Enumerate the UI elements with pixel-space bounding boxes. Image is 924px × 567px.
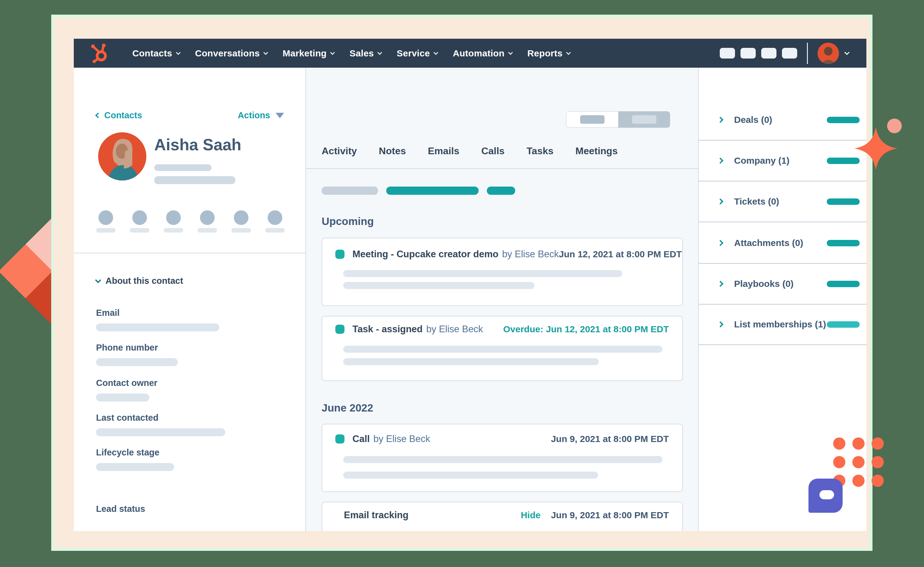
meeting-icon <box>335 250 345 259</box>
contact-action-icon[interactable] <box>265 210 285 232</box>
top-nav: Contacts Conversations Marketing Sales S… <box>74 39 866 68</box>
chevron-down-icon <box>508 50 513 55</box>
contact-action-icon[interactable] <box>198 210 217 232</box>
assoc-row-tickets[interactable]: Tickets (0) <box>699 182 866 222</box>
timeline-card-call[interactable]: Call by Elise Beck Jun 9, 2021 at 8:00 P… <box>322 424 683 492</box>
view-toggle[interactable] <box>566 111 670 128</box>
nav-item-marketing[interactable]: Marketing <box>283 48 333 58</box>
activity-timeline: Activity Notes Emails Calls Tasks Meetin… <box>306 68 698 531</box>
chevron-right-icon <box>717 281 723 287</box>
decor-dots-grid <box>833 438 884 487</box>
tab-tasks[interactable]: Tasks <box>526 146 553 164</box>
hubspot-logo-icon[interactable] <box>88 43 109 64</box>
timeline-card-task[interactable]: Task - assigned by Elise Beck Overdue: J… <box>322 316 683 381</box>
chevron-right-icon <box>717 321 723 327</box>
account-menu-caret[interactable] <box>844 51 848 56</box>
divider <box>74 253 306 254</box>
nav-item-sales[interactable]: Sales <box>350 48 381 58</box>
nav-item-service[interactable]: Service <box>397 48 437 58</box>
hide-link[interactable]: Hide <box>520 510 540 520</box>
nav-tool-icon[interactable] <box>761 48 777 58</box>
placeholder-bar <box>343 346 663 353</box>
contact-name: Aisha Saah <box>154 135 242 154</box>
card-title: Meeting - Cupcake creator demo <box>352 249 498 260</box>
nav-item-contacts[interactable]: Contacts <box>132 48 179 58</box>
card-timestamp: Jun 12, 2021 at 8:00 PM EDT <box>559 249 682 260</box>
nav-tool-icon[interactable] <box>741 48 756 58</box>
nav-item-automation[interactable]: Automation <box>453 48 512 58</box>
timeline-tabs: Activity Notes Emails Calls Tasks Meetin… <box>322 146 684 164</box>
field-lead-status: Lead status <box>96 504 145 514</box>
chevron-down-icon <box>95 277 101 283</box>
chevron-down-icon <box>566 50 571 55</box>
assoc-add-button[interactable] <box>827 321 860 328</box>
card-timestamp: Jun 9, 2021 at 8:00 PM EDT <box>551 434 669 444</box>
field-lifecycle-stage: Lifecycle stage <box>96 447 174 471</box>
actions-dropdown[interactable]: Actions <box>238 110 284 120</box>
assoc-row-attachments[interactable]: Attachments (0) <box>699 223 866 264</box>
field-contact-owner: Contact owner <box>96 378 157 402</box>
user-avatar[interactable] <box>818 43 839 64</box>
placeholder-bar <box>154 164 212 171</box>
field-email: Email <box>96 308 219 332</box>
card-byline: by Elise Beck <box>374 434 430 444</box>
assoc-row-playbooks[interactable]: Playbooks (0) <box>699 264 866 304</box>
decor-sparkle-icon <box>855 127 897 170</box>
nav-item-reports[interactable]: Reports <box>527 48 570 58</box>
about-section-toggle[interactable]: About this contact <box>95 276 183 286</box>
caret-down-icon <box>276 113 284 118</box>
contact-sidebar: Contacts Actions Aisha Saah <box>74 68 306 531</box>
tab-meetings[interactable]: Meetings <box>576 146 618 164</box>
assoc-add-button[interactable] <box>827 240 860 246</box>
tab-emails[interactable]: Emails <box>428 146 459 164</box>
contact-action-icon[interactable] <box>231 210 251 232</box>
tab-activity[interactable]: Activity <box>322 146 357 164</box>
nav-item-conversations[interactable]: Conversations <box>195 48 267 58</box>
chevron-right-icon <box>717 117 723 123</box>
contact-action-icons <box>96 210 285 232</box>
decor-circle <box>887 118 902 133</box>
placeholder-bar <box>343 456 663 463</box>
contact-avatar <box>98 132 146 180</box>
nav-utilities <box>720 39 848 68</box>
page-background: Contacts Conversations Marketing Sales S… <box>0 0 924 567</box>
assoc-row-deals[interactable]: Deals (0) <box>699 100 866 141</box>
assoc-add-button[interactable] <box>827 198 860 205</box>
card-timestamp-overdue: Overdue: Jun 12, 2021 at 8:00 PM EDT <box>503 324 669 334</box>
view-toggle-option-b[interactable] <box>618 111 670 128</box>
contact-action-icon[interactable] <box>130 210 149 232</box>
timeline-card-meeting[interactable]: Meeting - Cupcake creator demo by Elise … <box>322 238 683 306</box>
assoc-add-button[interactable] <box>827 281 860 287</box>
placeholder-bar <box>154 176 236 184</box>
app-window: Contacts Conversations Marketing Sales S… <box>74 39 866 531</box>
nav-tool-icon[interactable] <box>782 48 797 58</box>
placeholder-bar <box>343 282 534 289</box>
filter-chip-placeholder <box>487 186 515 195</box>
nav-divider <box>807 43 808 64</box>
card-timestamp: Jun 9, 2021 at 8:00 PM EDT <box>551 510 669 520</box>
chat-widget-icon[interactable] <box>808 478 843 513</box>
placeholder-bar <box>96 428 225 436</box>
chevron-down-icon <box>263 50 268 55</box>
field-phone: Phone number <box>96 343 178 366</box>
back-to-contacts-link[interactable]: Contacts <box>96 110 142 120</box>
contact-action-icon[interactable] <box>96 210 116 232</box>
chevron-down-icon <box>377 50 382 55</box>
assoc-row-list-memberships[interactable]: List memberships (1) <box>699 304 866 345</box>
divider <box>306 168 698 169</box>
contact-action-icon[interactable] <box>164 210 183 232</box>
view-toggle-option-a[interactable] <box>566 111 618 128</box>
tab-calls[interactable]: Calls <box>482 146 504 164</box>
card-byline: by Elise Beck <box>502 249 559 260</box>
timeline-card-email-tracking[interactable]: Email tracking Hide Jun 9, 2021 at 8:00 … <box>322 502 683 531</box>
chevron-down-icon <box>434 50 438 55</box>
placeholder-bar <box>343 270 622 277</box>
card-title: Call <box>352 434 370 444</box>
assoc-add-button[interactable] <box>827 117 860 123</box>
call-icon <box>335 434 345 444</box>
placeholder-bar <box>96 358 178 366</box>
assoc-row-company[interactable]: Company (1) <box>699 141 866 182</box>
nav-tool-icon[interactable] <box>720 48 735 58</box>
tab-notes[interactable]: Notes <box>379 146 406 164</box>
card-title: Task - assigned <box>352 324 423 335</box>
